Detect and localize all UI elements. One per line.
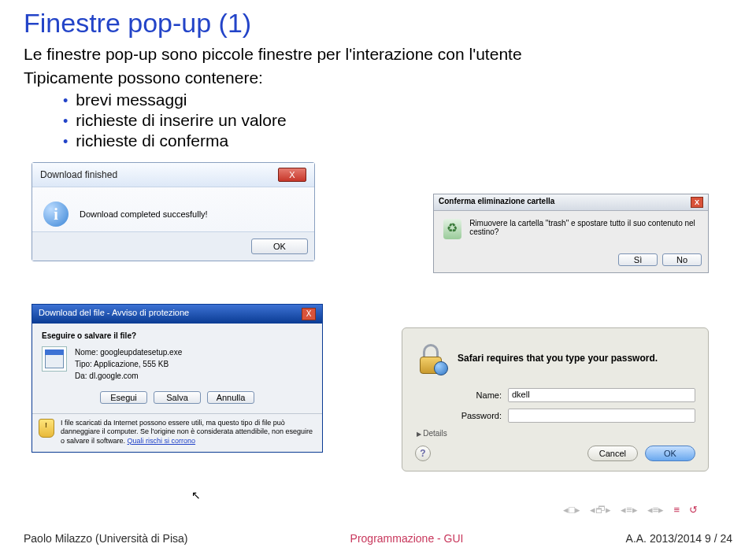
yes-button[interactable]: Sì — [618, 253, 658, 266]
bullet-icon: • — [63, 134, 68, 150]
bullet-list: •brevi messaggi •richieste di inserire u… — [63, 91, 732, 150]
warning-text: I file scaricati da Internet possono ess… — [61, 419, 316, 446]
run-button[interactable]: Esegui — [100, 391, 147, 404]
slide-title: Finestre pop-up (1) — [24, 8, 732, 39]
password-label: Password: — [447, 411, 502, 420]
dialog-header: Safari requires that you type your passw… — [458, 353, 658, 364]
no-button[interactable]: No — [662, 253, 702, 266]
bullet-text: brevi messaggi — [76, 91, 187, 109]
dialog-area: Download finished X i Download completed… — [24, 162, 732, 477]
from-value: dl.google.com — [89, 372, 138, 380]
nav-refresh-icon[interactable]: ↺ — [689, 504, 698, 516]
nav-prev-icon[interactable]: ◂🗗▸ — [590, 504, 611, 516]
close-button[interactable]: X — [691, 197, 703, 208]
dialog-title: Download finished — [40, 169, 117, 180]
bullet-text: richieste di inserire un valore — [76, 111, 286, 130]
nav-next-icon[interactable]: ◂≡▸ — [647, 504, 665, 516]
confirm-delete-dialog: Conferma eliminazione cartella X Rimuove… — [433, 194, 709, 273]
dialog-question: Eseguire o salvare il file? — [42, 331, 313, 340]
nav-back-icon[interactable]: ◂≡▸ — [621, 504, 638, 516]
footer-right: A.A. 2013/2014 9 / 24 — [626, 532, 732, 545]
titlebar: Conferma eliminazione cartella X — [434, 194, 708, 211]
type-label: Tipo: — [75, 360, 92, 368]
recycle-icon — [443, 219, 461, 239]
save-button[interactable]: Salva — [154, 391, 201, 404]
dialog-title: Download del file - Avviso di protezione — [39, 308, 189, 320]
type-value: Applicazione, 555 KB — [94, 360, 169, 368]
info-icon: i — [43, 202, 69, 227]
file-meta: Nome: googleupdatesetup.exe Tipo: Applic… — [75, 346, 182, 382]
close-button[interactable]: X — [278, 168, 306, 182]
help-button[interactable]: ? — [415, 446, 431, 461]
nav-icons: ◂□▸ ◂🗗▸ ◂≡▸ ◂≡▸ ≡ ↺ — [563, 504, 698, 516]
cancel-button[interactable]: Annulla — [207, 391, 254, 404]
nav-first-icon[interactable]: ◂□▸ — [563, 504, 580, 516]
ok-button[interactable]: OK — [645, 446, 695, 461]
risk-link[interactable]: Quali rischi si corrono — [128, 437, 196, 445]
titlebar: Download finished X — [32, 163, 314, 187]
bullet-icon: • — [63, 113, 68, 130]
details-toggle[interactable]: Details — [417, 429, 695, 438]
subintro-text: Tipicamente possono contenere: — [24, 68, 732, 87]
bullet-text: richieste di conferma — [76, 131, 228, 150]
from-label: Da: — [75, 372, 87, 380]
name-label: Name: — [447, 390, 502, 400]
name-label: Nome: — [75, 348, 98, 357]
titlebar: Download del file - Avviso di protezione… — [32, 305, 322, 324]
nav-mode-icon[interactable]: ≡ — [673, 504, 680, 516]
name-value: googleupdatesetup.exe — [100, 348, 182, 357]
footer-mid: Programmazione - GUI — [188, 532, 626, 545]
download-file-dialog: Download del file - Avviso di protezione… — [32, 304, 323, 453]
list-item: •richieste di inserire un valore — [63, 111, 732, 130]
shield-icon — [39, 419, 54, 438]
file-icon — [42, 346, 67, 372]
ok-button[interactable]: OK — [251, 239, 308, 254]
intro-text: Le finestre pop-up sono piccole finestre… — [24, 45, 732, 64]
list-item: •brevi messaggi — [63, 91, 732, 109]
list-item: •richieste di conferma — [63, 131, 732, 150]
close-button[interactable]: X — [302, 308, 316, 320]
slide-footer: Paolo Milazzo (Università di Pisa) Progr… — [0, 526, 756, 551]
footer-author: Paolo Milazzo (Università di Pisa) — [24, 532, 188, 545]
dialog-message: Rimuovere la cartella "trash" e spostare… — [469, 219, 699, 236]
bullet-icon: • — [63, 93, 68, 109]
cancel-button[interactable]: Cancel — [587, 446, 638, 461]
lock-icon — [415, 342, 447, 374]
safari-password-dialog: Safari requires that you type your passw… — [402, 327, 709, 471]
cursor-icon: ↖ — [191, 489, 201, 501]
dialog-title: Conferma eliminazione cartella — [439, 197, 554, 208]
download-finished-dialog: Download finished X i Download completed… — [32, 162, 315, 261]
dialog-message: Download completed succesfully! — [80, 209, 208, 219]
name-input[interactable]: dkell — [508, 388, 695, 402]
password-input[interactable] — [508, 409, 695, 423]
